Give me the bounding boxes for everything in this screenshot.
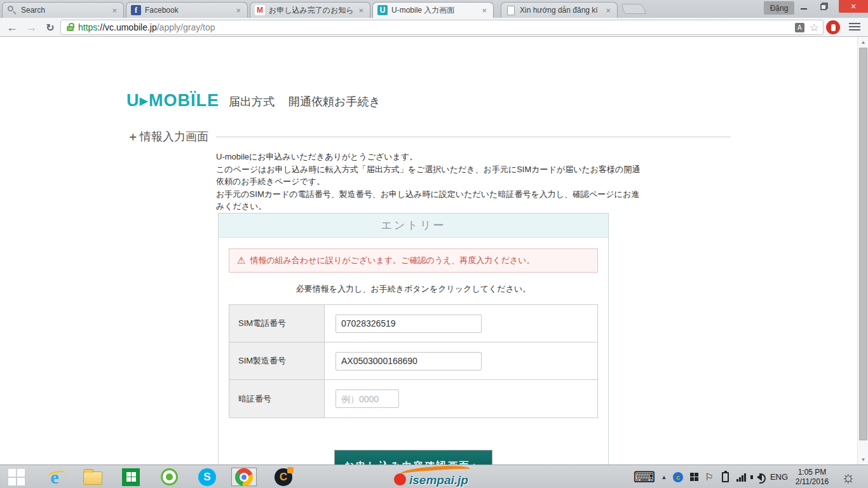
- table-row: SIM電話番号: [229, 305, 597, 342]
- folder-icon: [83, 471, 102, 485]
- tab-label: Facebook: [145, 6, 230, 15]
- sim-phone-label: SIM電話番号: [229, 305, 325, 342]
- taskbar-windows-store[interactable]: [118, 468, 144, 486]
- section-divider: [216, 137, 731, 137]
- internet-explorer-icon: e: [50, 466, 58, 488]
- minimize-button[interactable]: [796, 0, 812, 13]
- skype-icon: S: [198, 468, 216, 486]
- sim-serial-label: SIM製造番号: [229, 342, 325, 379]
- close-button[interactable]: ×: [839, 0, 868, 13]
- chrome-icon: [235, 468, 253, 486]
- clock[interactable]: 1:05 PM 2/11/2016: [790, 465, 834, 488]
- tab-xin-huong-dan[interactable]: Xin hướng dẫn đăng kí sim ×: [501, 2, 618, 18]
- tray-coccoc-icon[interactable]: c: [671, 465, 685, 488]
- tab-label: U-mobile 入力画面: [391, 5, 476, 16]
- address-bar[interactable]: https://vc.umobile.jp/apply/gray/top A ☆: [60, 20, 824, 35]
- restore-button[interactable]: [816, 0, 832, 13]
- watermark-text: isempai.jp: [409, 473, 468, 487]
- profile-button[interactable]: Đặng: [764, 1, 794, 15]
- tab-gmail[interactable]: M お申し込み完了のお知らせ【U ×: [250, 2, 370, 18]
- facebook-icon: f: [131, 5, 141, 15]
- nav-link-kaitsu[interactable]: 開通依頼お手続き: [288, 94, 381, 109]
- scroll-down-icon[interactable]: ▼: [858, 454, 868, 464]
- error-message-box: ⚠ 情報の組み合わせに誤りがございます。ご確認のうえ、再度入力ください。: [229, 248, 598, 273]
- table-row: SIM製造番号: [229, 342, 597, 380]
- taskbar-coccoc[interactable]: [156, 468, 182, 486]
- start-button[interactable]: [4, 468, 29, 486]
- secure-lock-icon: [67, 26, 74, 31]
- scroll-up-icon[interactable]: ▲: [858, 37, 868, 47]
- back-icon[interactable]: ←: [4, 19, 20, 36]
- tab-close-icon[interactable]: ×: [356, 6, 365, 15]
- umobile-logo[interactable]: U▸MOBÏLE: [126, 90, 219, 111]
- windows-logo-icon: [8, 469, 25, 485]
- browser-titlebar: Search × f Facebook × M お申し込み完了のお知らせ【U ×…: [0, 0, 868, 18]
- taskbar-internet-explorer[interactable]: e: [42, 468, 67, 486]
- tray-date: 2/11/2016: [796, 477, 829, 487]
- page-icon: [506, 5, 516, 15]
- tab-close-icon[interactable]: ×: [110, 6, 119, 15]
- intro-line: このページはお申し込み時に転入方式「届出方式」をご選択いただき、お手元にSIMカ…: [216, 163, 641, 188]
- tab-label: Xin hướng dẫn đăng kí sim: [520, 6, 600, 15]
- confirm-submit-button[interactable]: お申し込み内容確認画面へ: [334, 450, 492, 464]
- tab-close-icon[interactable]: ×: [480, 6, 489, 15]
- intro-line: お手元のSIMカードの電話番号、製造番号、お申し込み時に設定いただいた暗証番号を…: [216, 188, 641, 213]
- pin-label: 暗証番号: [229, 380, 325, 417]
- tab-facebook[interactable]: f Facebook ×: [126, 2, 248, 18]
- entry-form-table: SIM電話番号 SIM製造番号 暗証番号: [229, 304, 598, 418]
- tray-windows-icon[interactable]: [687, 465, 701, 488]
- coccoc-icon: [161, 468, 178, 485]
- error-message: 情報の組み合わせに誤りがございます。ご確認のうえ、再度入力ください。: [250, 255, 534, 266]
- taskbar-skype[interactable]: S: [194, 468, 220, 486]
- tray-time: 1:05 PM: [798, 468, 827, 477]
- coccoc-dark-icon: C: [275, 468, 292, 486]
- table-row: 暗証番号: [229, 380, 597, 417]
- sim-serial-input[interactable]: [336, 352, 482, 370]
- page-scrollbar[interactable]: ▲ ▼: [857, 37, 868, 464]
- section-title: ＋ 情報入力画面: [127, 129, 208, 144]
- taskbar-chrome-active[interactable]: [231, 468, 257, 486]
- battery-icon[interactable]: [717, 465, 733, 488]
- adblock-hand-icon[interactable]: [826, 20, 840, 34]
- tab-label: お申し込み完了のお知らせ【U: [269, 5, 353, 16]
- translate-icon[interactable]: A: [795, 23, 804, 32]
- taskbar-file-explorer[interactable]: [80, 468, 105, 486]
- windows-taskbar: e S C isempai.jp ⌨ ▲ c ⚐ ENG 1:05 PM 2/1…: [0, 464, 868, 488]
- brightness-sun-icon[interactable]: ☼: [836, 465, 861, 488]
- warning-icon: ⚠: [237, 255, 245, 266]
- bookmark-star-icon[interactable]: ☆: [810, 21, 819, 34]
- tab-label: Search: [21, 6, 106, 15]
- touch-keyboard-icon[interactable]: ⌨: [633, 465, 656, 488]
- tab-close-icon[interactable]: ×: [604, 6, 613, 15]
- gmail-icon: M: [255, 5, 265, 15]
- sim-phone-input[interactable]: [336, 315, 482, 333]
- tray-expand-icon[interactable]: ▲: [658, 465, 670, 488]
- isempai-watermark: isempai.jp: [389, 465, 484, 488]
- scrollbar-thumb[interactable]: [859, 48, 867, 440]
- language-indicator[interactable]: ENG: [768, 465, 790, 488]
- pin-input[interactable]: [336, 390, 399, 408]
- intro-line: U-mobileにお申込みいただきありがとうございます。: [216, 151, 641, 163]
- forward-icon[interactable]: →: [23, 19, 39, 36]
- network-signal-icon[interactable]: [733, 465, 749, 488]
- windows-store-icon: [122, 468, 140, 486]
- new-tab-button[interactable]: [621, 4, 646, 14]
- umobile-icon: U: [377, 5, 388, 15]
- chrome-menu-icon[interactable]: [849, 23, 860, 24]
- tray-flag-icon[interactable]: ⚐: [702, 465, 716, 488]
- tab-umobile-active[interactable]: U U-mobile 入力画面 ×: [372, 2, 494, 18]
- url-text[interactable]: https://vc.umobile.jp/apply/gray/top: [78, 22, 215, 32]
- tab-close-icon[interactable]: ×: [234, 6, 243, 15]
- browser-toolbar: ← → ↻ https://vc.umobile.jp/apply/gray/t…: [0, 18, 868, 37]
- reload-icon[interactable]: ↻: [42, 19, 58, 36]
- volume-icon[interactable]: [750, 465, 765, 488]
- page-viewport: U▸MOBÏLE 届出方式 開通依頼お手続き ＋ 情報入力画面 U-mobile…: [0, 37, 857, 464]
- taskbar-coccoc-dark[interactable]: C: [271, 468, 296, 486]
- tab-search[interactable]: Search ×: [2, 2, 124, 18]
- watermark-dot: [394, 473, 406, 485]
- intro-text: U-mobileにお申込みいただきありがとうございます。 このページはお申し込み…: [216, 151, 641, 213]
- nav-link-todokede[interactable]: 届出方式: [229, 94, 275, 109]
- search-icon: [7, 5, 17, 15]
- site-nav: 届出方式 開通依頼お手続き: [229, 94, 381, 109]
- entry-instruction: 必要情報を入力し、お手続きボタンをクリックしてください。: [229, 283, 598, 295]
